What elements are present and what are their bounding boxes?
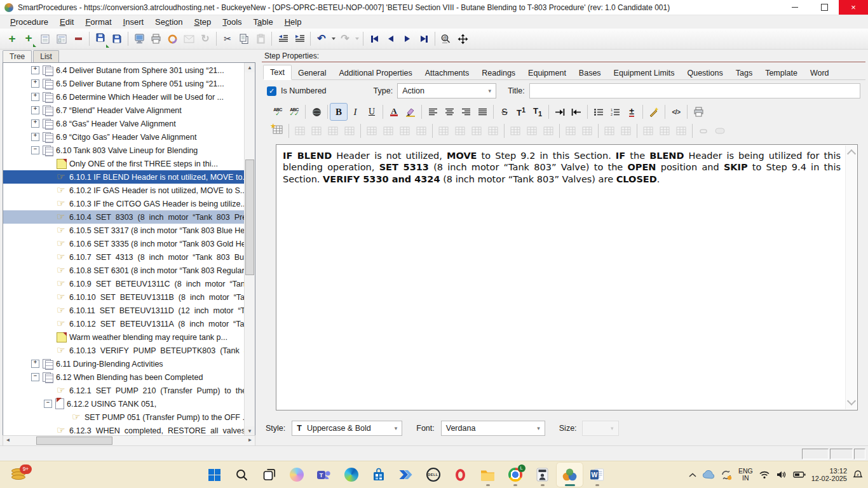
menu-procedure[interactable]: Procedure: [4, 16, 54, 28]
step-text[interactable]: IF BLEND Header is not utilized, MOVE to…: [283, 150, 841, 185]
bold-icon[interactable]: B: [330, 104, 347, 120]
menu-help[interactable]: Help: [279, 16, 308, 28]
strikethrough-icon[interactable]: S: [496, 104, 513, 120]
tab-tags[interactable]: Tags: [729, 66, 759, 79]
save-icon[interactable]: [109, 30, 125, 47]
symbol-icon[interactable]: [308, 104, 325, 120]
taskbar-smartprocedures-icon[interactable]: [556, 462, 583, 487]
step-text-editor[interactable]: IF BLEND Header is not utilized, MOVE to…: [276, 144, 858, 410]
tree-vertical-scrollbar[interactable]: ▲ ▼: [244, 63, 255, 436]
scroll-down-icon[interactable]: ▼: [245, 426, 255, 436]
copy-icon[interactable]: [236, 30, 252, 47]
tree-item[interactable]: +6.8 “Gas” Header Valve Alignment: [3, 117, 245, 130]
expand-icon[interactable]: +: [31, 119, 39, 128]
tree-horizontal-scrollbar[interactable]: ◄ ►: [3, 435, 255, 446]
underline-icon[interactable]: U: [363, 104, 380, 120]
tree-item[interactable]: ☞6.10.11 SET BETEUV1311D (12 inch motor …: [3, 304, 245, 317]
tree-item[interactable]: ☞6.10.5 SET 3317 (8 inch motor “Tank 803…: [3, 224, 245, 237]
taskbar-teams-icon[interactable]: T: [310, 462, 337, 487]
print-step-icon[interactable]: [690, 104, 707, 120]
tree-item[interactable]: −6.12.2 USING TANK 051,: [3, 397, 245, 410]
bullet-list-icon[interactable]: [590, 104, 607, 120]
subscript-icon[interactable]: T1: [529, 104, 546, 120]
nav-last-icon[interactable]: [416, 30, 432, 47]
nav-first-icon[interactable]: [366, 30, 383, 47]
tab-text[interactable]: Text: [263, 65, 292, 80]
taskbar-chrome-icon[interactable]: L: [501, 462, 529, 487]
sync-icon[interactable]: [721, 470, 733, 480]
menu-format[interactable]: Format: [79, 16, 117, 28]
tree-item[interactable]: +6.6 Determine Which Header will be Used…: [3, 90, 245, 104]
taskbar-start-icon[interactable]: [201, 462, 228, 487]
expand-icon[interactable]: +: [31, 93, 39, 101]
outline-view-icon[interactable]: [37, 30, 53, 47]
tree-item[interactable]: +6.4 Deliver Butane from Sphere 301 usin…: [3, 64, 245, 77]
minimize-button[interactable]: [780, 0, 810, 15]
notification-bell-icon[interactable]: z: [853, 470, 863, 480]
refresh-icon[interactable]: [164, 30, 180, 47]
maximize-button[interactable]: [810, 0, 839, 15]
tab-template[interactable]: Template: [759, 66, 804, 79]
clock[interactable]: 13:12 12-02-2025: [811, 467, 847, 483]
tab-equipment[interactable]: Equipment: [522, 66, 573, 79]
taskbar-word-icon[interactable]: W: [583, 462, 611, 487]
tab-word[interactable]: Word: [804, 66, 836, 79]
html-source-icon[interactable]: </>: [668, 104, 684, 120]
tree-item[interactable]: ☞6.10.8 SET 6301 (8 inch motor “Tank 803…: [3, 264, 245, 277]
style-dropdown[interactable]: T Uppercase & Bold ▾: [292, 421, 402, 436]
taskbar-power-automate-icon[interactable]: [392, 462, 419, 487]
tree-panel-tab-tree[interactable]: Tree: [3, 50, 32, 62]
scroll-left-icon[interactable]: ◄: [3, 436, 13, 444]
tab-attachments[interactable]: Attachments: [419, 66, 475, 79]
nav-next-icon[interactable]: [399, 30, 416, 47]
onedrive-cloud-icon[interactable]: [702, 470, 715, 479]
menu-section[interactable]: Section: [149, 16, 188, 28]
tab-general[interactable]: General: [292, 66, 332, 79]
print-icon[interactable]: [147, 30, 164, 47]
scroll-up-icon[interactable]: [847, 149, 856, 158]
tree-item[interactable]: ☞6.12.1 SET PUMP 210 (Transfer Pump) to …: [3, 384, 245, 397]
highlight-icon[interactable]: [402, 104, 419, 120]
spell-check-icon[interactable]: ABC✓: [269, 104, 286, 120]
taskbar-search-icon[interactable]: [228, 462, 255, 487]
scroll-right-icon[interactable]: ►: [245, 436, 255, 444]
tree-item[interactable]: ☞6.10.2 IF GAS Header is not utilized, M…: [3, 184, 245, 197]
tab-equipment-limits[interactable]: Equipment Limits: [607, 66, 681, 79]
align-justify-icon[interactable]: [474, 104, 491, 120]
volume-icon[interactable]: [776, 470, 787, 479]
tree-item[interactable]: ☞6.10.9 SET BETEUV1311C (8 inch motor “T…: [3, 277, 245, 290]
tree-item[interactable]: ☞6.10.1 IF BLEND Header is not utilized,…: [3, 170, 245, 184]
align-center-icon[interactable]: [441, 104, 458, 120]
add-step-icon[interactable]: +: [4, 30, 20, 47]
expand-icon[interactable]: +: [31, 106, 39, 114]
outdent-icon[interactable]: [275, 30, 291, 47]
undo-icon[interactable]: ↶: [313, 30, 330, 47]
tree-item[interactable]: +6.9 “Citgo Gas” Header Valve Alignment: [3, 130, 245, 144]
collapse-icon[interactable]: −: [31, 373, 39, 381]
tree-item[interactable]: Warm weather blending may require tank p…: [3, 330, 245, 344]
tree-hscrollbar-thumb[interactable]: [36, 437, 112, 445]
tree-item[interactable]: ☞6.12.3 WHEN completed, RESTORE all valv…: [3, 424, 245, 436]
tree-item[interactable]: ☞6.10.3 IF the CITGO GAS Header is being…: [3, 197, 245, 210]
format-painter-icon[interactable]: [646, 104, 662, 120]
tree-item[interactable]: Only ONE of the first THREE steps in thi…: [3, 157, 245, 170]
battery-icon[interactable]: [793, 471, 806, 478]
menu-table[interactable]: Table: [248, 16, 279, 28]
collapse-icon[interactable]: −: [31, 146, 39, 154]
add-substep-icon[interactable]: +: [20, 30, 37, 47]
insert-table-icon[interactable]: ★: [269, 123, 286, 139]
plus-minus-icon[interactable]: ±: [623, 104, 640, 120]
menu-step[interactable]: Step: [188, 16, 217, 28]
tree-panel-tab-list[interactable]: List: [33, 50, 59, 62]
preview-icon[interactable]: [131, 30, 147, 47]
tree-item[interactable]: +6.11 During-Blending Activities: [3, 357, 245, 370]
collapse-icon[interactable]: −: [44, 400, 52, 408]
type-dropdown[interactable]: Action ▾: [397, 83, 496, 98]
italic-icon[interactable]: I: [347, 104, 363, 120]
tree-item[interactable]: +6.7 “Blend” Header Valve Alignment: [3, 104, 245, 117]
expand-icon[interactable]: +: [31, 360, 39, 368]
nav-prev-icon[interactable]: [383, 30, 399, 47]
font-color-icon[interactable]: A: [386, 104, 402, 120]
tree-item[interactable]: ☞6.10.12 SET BETEUV1311A (8 inch motor “…: [3, 317, 245, 330]
tree-item[interactable]: ☞6.10.6 SET 3335 (8 inch motor “Tank 803…: [3, 237, 245, 250]
